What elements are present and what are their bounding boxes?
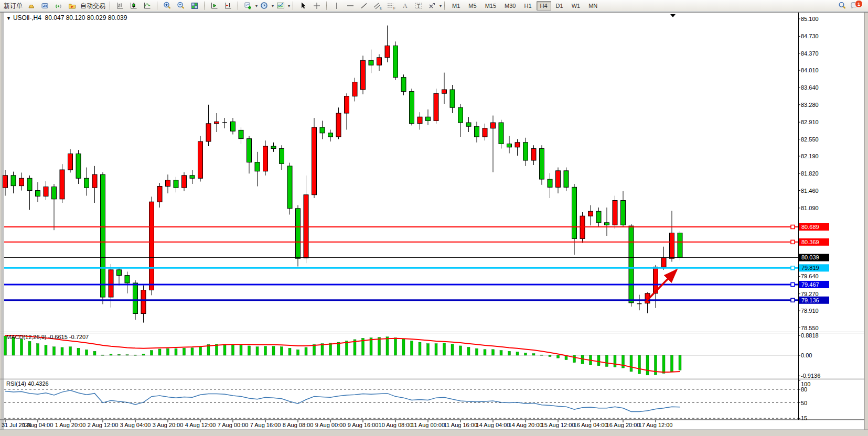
svg-text:8 Aug 08:00: 8 Aug 08:00 [283, 422, 314, 428]
svg-text:9 Aug 00:00: 9 Aug 00:00 [315, 422, 346, 428]
svg-text:3 Aug 20:00: 3 Aug 20:00 [153, 422, 184, 428]
chart-title: ▼USOil-,H4 80.047 80.120 80.029 80.039 [6, 14, 127, 21]
svg-text:4 Aug 12:00: 4 Aug 12:00 [185, 422, 216, 428]
macd-indicator-label: MACD(12,26,9) -0.6615 -0.7207 [6, 334, 89, 340]
svg-text:80.039: 80.039 [801, 254, 819, 260]
svg-text:1 Aug 04:00: 1 Aug 04:00 [23, 422, 53, 428]
svg-text:E: E [380, 6, 382, 10]
svg-text:1 Aug 20:00: 1 Aug 20:00 [55, 422, 86, 428]
svg-text:82.910: 82.910 [801, 119, 819, 125]
svg-text:14 Aug 20:00: 14 Aug 20:00 [509, 422, 543, 428]
candlestick-icon[interactable] [127, 0, 141, 12]
toolbar-separator [444, 2, 445, 10]
reports-icon[interactable] [38, 0, 51, 12]
timeframe-button-d1[interactable]: D1 [552, 1, 567, 10]
notification-badge: 1 [855, 0, 863, 8]
svg-text:3 Aug 04:00: 3 Aug 04:00 [120, 422, 151, 428]
toolbar-separator [157, 2, 158, 10]
timeframe-button-m30[interactable]: M30 [501, 1, 519, 10]
svg-text:78.910: 78.910 [801, 308, 819, 314]
chevron-down-icon[interactable]: ▾ [440, 4, 442, 8]
svg-text:82.190: 82.190 [801, 153, 819, 159]
svg-text:79.270: 79.270 [801, 291, 819, 297]
template-icon[interactable] [274, 0, 287, 12]
auto-trading-label[interactable]: 自动交易 [79, 2, 107, 10]
period-clock-icon[interactable] [258, 0, 271, 12]
svg-text:14 Aug 04:00: 14 Aug 04:00 [476, 422, 510, 428]
zoom-out-icon[interactable] [174, 0, 188, 12]
chevron-down-icon[interactable]: ▾ [288, 4, 290, 8]
svg-text:7 Aug 00:00: 7 Aug 00:00 [218, 422, 249, 428]
svg-text:81.820: 81.820 [801, 170, 819, 177]
svg-text:80.689: 80.689 [801, 224, 819, 230]
auto-scroll-icon[interactable] [208, 0, 221, 12]
svg-text:2 Aug 12:00: 2 Aug 12:00 [88, 422, 119, 428]
svg-text:-0.9136: -0.9136 [801, 373, 820, 379]
search-icon[interactable] [835, 0, 849, 12]
svg-text:F: F [393, 6, 395, 10]
timeframe-button-h1[interactable]: H1 [520, 1, 535, 10]
equidistant-channel-icon[interactable]: E [371, 0, 384, 12]
main-toolbar: 新订单 自动交易 [0, 0, 868, 12]
notifications-button[interactable]: 1 [849, 1, 862, 11]
chart-ohlc-values: 80.047 80.120 80.029 80.039 [45, 14, 127, 21]
new-chart-icon[interactable] [241, 0, 255, 12]
svg-text:50: 50 [801, 400, 807, 406]
signal-icon[interactable] [51, 0, 65, 12]
zoom-in-icon[interactable] [160, 0, 174, 12]
svg-text:84.010: 84.010 [801, 67, 819, 73]
svg-text:83.280: 83.280 [801, 102, 819, 108]
svg-text:11 Aug 00:00: 11 Aug 00:00 [411, 422, 445, 428]
svg-text:81.090: 81.090 [801, 205, 819, 211]
timeframe-button-h4[interactable]: H4 [537, 1, 551, 10]
timeframe-button-w1[interactable]: W1 [568, 1, 584, 10]
svg-text:16 Aug 20:00: 16 Aug 20:00 [606, 422, 640, 428]
svg-text:83.640: 83.640 [801, 84, 819, 91]
timeframe-button-m15[interactable]: M15 [481, 1, 500, 10]
collapse-triangle-icon[interactable]: ▼ [6, 16, 11, 21]
chart-shift-icon[interactable] [221, 0, 235, 12]
svg-text:84.370: 84.370 [801, 50, 819, 57]
svg-text:84.730: 84.730 [801, 33, 819, 39]
svg-text:T: T [417, 3, 420, 9]
toolbar-separator [238, 2, 239, 10]
tile-windows-icon[interactable] [188, 0, 201, 12]
svg-text:10 Aug 08:00: 10 Aug 08:00 [379, 422, 413, 428]
svg-text:17 Aug 12:00: 17 Aug 12:00 [639, 422, 673, 428]
svg-text:85.100: 85.100 [801, 16, 819, 22]
svg-text:7 Aug 16:00: 7 Aug 16:00 [250, 422, 281, 428]
new-order-button[interactable]: 新订单 [2, 2, 24, 10]
timeframe-button-mn[interactable]: MN [585, 1, 601, 10]
chart-symbol-period: USOil-,H4 [13, 14, 41, 21]
cursor-icon[interactable] [296, 0, 310, 12]
toolbar-separator [293, 2, 294, 10]
svg-text:81.460: 81.460 [801, 188, 819, 194]
horizontal-line-icon[interactable] [344, 0, 357, 12]
crosshair-icon[interactable] [310, 0, 324, 12]
svg-text:0.00: 0.00 [801, 352, 812, 358]
shapes-arrows-icon[interactable] [425, 0, 439, 12]
toolbar-separator [326, 2, 327, 10]
trendline-icon[interactable] [357, 0, 371, 12]
text-icon[interactable]: A [398, 0, 412, 12]
svg-text:16 Aug 04:00: 16 Aug 04:00 [574, 422, 608, 428]
rsi-indicator-label: RSI(14) 40.4326 [6, 380, 49, 387]
toolbar-separator [204, 2, 205, 10]
timeframe-button-m1[interactable]: M1 [448, 1, 464, 10]
svg-text:79.819: 79.819 [801, 265, 819, 271]
line-chart-icon[interactable] [141, 0, 154, 12]
text-label-icon[interactable]: T [412, 0, 425, 12]
chart-canvas[interactable]: 85.10084.73084.37084.01083.64083.28082.9… [0, 0, 868, 436]
svg-text:79.136: 79.136 [801, 297, 819, 303]
vertical-line-icon[interactable] [330, 0, 344, 12]
svg-text:78.550: 78.550 [801, 325, 819, 331]
auto-trading-icon[interactable] [65, 0, 79, 12]
timeframe-button-m5[interactable]: M5 [465, 1, 480, 10]
toolbar-separator [110, 2, 111, 10]
gold-ingot-icon[interactable] [24, 0, 38, 12]
fibonacci-icon[interactable]: F [384, 0, 398, 12]
svg-text:15 Aug 12:00: 15 Aug 12:00 [541, 422, 575, 428]
timeframe-group: M1M5M15M30H1H4D1W1MN [448, 0, 602, 12]
svg-text:9 Aug 16:00: 9 Aug 16:00 [348, 422, 379, 428]
bar-chart-icon[interactable] [113, 0, 127, 12]
